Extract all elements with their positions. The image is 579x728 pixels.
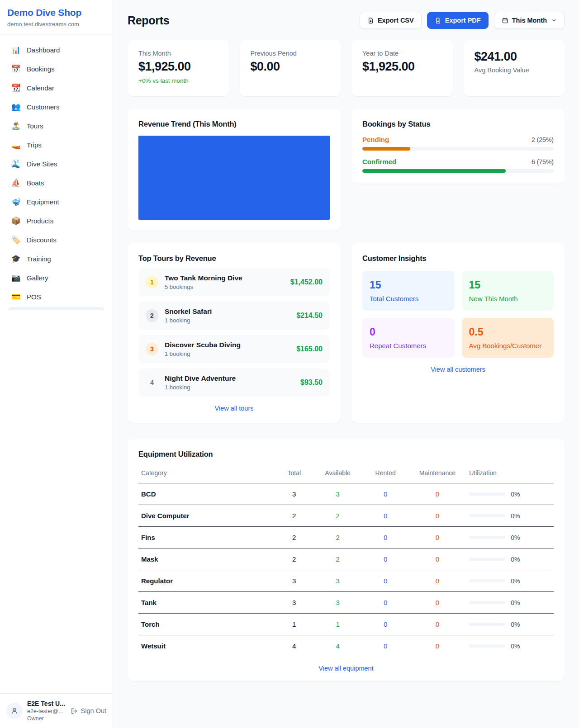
export-csv-button[interactable]: Export CSV bbox=[360, 12, 422, 29]
equipment-utilization-title: Equipment Utilization bbox=[138, 450, 554, 459]
sidebar-item-label: Dashboard bbox=[27, 46, 60, 54]
status-row-confirmed: Confirmed 6 (75%) bbox=[362, 158, 554, 173]
utilization-bar bbox=[469, 579, 505, 582]
tour-name: Night Dive Adventure bbox=[165, 374, 294, 383]
sidebar-item-tours[interactable]: 🏝️ Tours bbox=[6, 117, 106, 135]
sidebar-item-gallery[interactable]: 📷 Gallery bbox=[6, 269, 106, 287]
stat-value: $0.00 bbox=[251, 60, 330, 74]
sidebar-item-calendar[interactable]: 📆 Calendar bbox=[6, 79, 106, 97]
sidebar-item-dive-sites[interactable]: 🌊 Dive Sites bbox=[6, 155, 106, 173]
sidebar-item-customers[interactable]: 👥 Customers bbox=[6, 98, 106, 116]
utilization-bar bbox=[469, 536, 505, 539]
tour-row: 1 Two Tank Morning Dive 5 bookings $1,45… bbox=[138, 268, 330, 296]
revenue-trend-title: Revenue Trend (This Month) bbox=[138, 120, 330, 128]
training-icon: 🎓 bbox=[11, 254, 21, 264]
status-value: 2 (25%) bbox=[532, 136, 554, 143]
status-bar-track bbox=[362, 147, 554, 151]
equipment-table: Category Total Available Rented Maintena… bbox=[138, 465, 554, 657]
bookings-by-status-card: Bookings by Status Pending 2 (25%) Confi… bbox=[351, 109, 565, 184]
charts-row: Revenue Trend (This Month) Bookings by S… bbox=[128, 109, 565, 231]
column-header: Rented bbox=[363, 465, 408, 483]
customer-insights-card: Customer Insights 15 Total Customers 15 … bbox=[351, 243, 565, 423]
avatar bbox=[6, 703, 23, 719]
sidebar-item-label: Gallery bbox=[27, 274, 48, 282]
stat-card-avg-booking-value: $241.00 Avg Booking Value bbox=[464, 40, 565, 96]
status-bar-track bbox=[362, 169, 554, 173]
status-label: Confirmed bbox=[362, 158, 396, 165]
insight-label: Avg Bookings/Customer bbox=[469, 342, 547, 350]
tour-row: 4 Night Dive Adventure 1 booking $93.50 bbox=[138, 369, 330, 397]
utilization-bar bbox=[469, 601, 505, 604]
rank-badge: 1 bbox=[146, 276, 158, 288]
table-header-row: Category Total Available Rented Maintena… bbox=[138, 465, 554, 483]
export-pdf-button[interactable]: Export PDF bbox=[427, 12, 489, 29]
sign-out-button[interactable]: Sign Out bbox=[71, 707, 106, 715]
user-panel: E2E Test U... e2e-tester@... Owner Sign … bbox=[0, 693, 113, 728]
tour-amount: $214.50 bbox=[296, 312, 323, 320]
bookings-icon: 📅 bbox=[11, 64, 21, 74]
tour-name: Discover Scuba Diving bbox=[165, 341, 290, 349]
utilization-bar bbox=[469, 492, 505, 496]
sidebar-item-dashboard[interactable]: 📊 Dashboard bbox=[6, 41, 106, 59]
tour-amount: $93.50 bbox=[300, 378, 323, 387]
stat-value: $1,925.00 bbox=[362, 60, 442, 74]
sidebar-item-label: POS bbox=[27, 293, 41, 301]
sidebar-item-products[interactable]: 📦 Products bbox=[6, 212, 106, 230]
sidebar-item-label: Products bbox=[27, 217, 53, 225]
tour-row: 3 Discover Scuba Diving 1 booking $165.0… bbox=[138, 335, 330, 363]
sidebar-item-bookings[interactable]: 📅 Bookings bbox=[6, 60, 106, 78]
tour-name: Snorkel Safari bbox=[165, 307, 290, 316]
sidebar-item-label: Boats bbox=[27, 179, 44, 187]
tour-bookings: 1 booking bbox=[165, 317, 290, 324]
stat-card-this-month: This Month $1,925.00 +0% vs last month bbox=[128, 40, 229, 96]
main-content: Reports Export CSV Export PDF This Month bbox=[113, 0, 579, 699]
column-header: Maintenance bbox=[408, 465, 467, 483]
sidebar-item-equipment[interactable]: 🤿 Equipment bbox=[6, 193, 106, 211]
stat-label: Previous Period bbox=[251, 50, 330, 57]
page-title: Reports bbox=[128, 14, 169, 27]
period-dropdown[interactable]: This Month bbox=[494, 12, 565, 29]
rank-badge: 3 bbox=[146, 343, 158, 355]
utilization-bar bbox=[469, 558, 505, 561]
discounts-icon: 🏷️ bbox=[11, 235, 21, 245]
column-header: Available bbox=[313, 465, 363, 483]
chevron-down-icon bbox=[551, 18, 557, 23]
table-row: Torch 1 1 0 0 0% bbox=[138, 614, 554, 635]
view-all-tours-link[interactable]: View all tours bbox=[138, 405, 330, 412]
sidebar-item-trips[interactable]: 🚤 Trips bbox=[6, 136, 106, 154]
insight-value: 15 bbox=[370, 279, 447, 291]
stat-label: This Month bbox=[138, 50, 218, 57]
page-header: Reports Export CSV Export PDF This Month bbox=[128, 12, 565, 29]
status-row-pending: Pending 2 (25%) bbox=[362, 136, 554, 151]
view-all-customers-link[interactable]: View all customers bbox=[362, 366, 554, 373]
insight-new-this-month: 15 New This Month bbox=[462, 271, 554, 311]
sidebar-item-training[interactable]: 🎓 Training bbox=[6, 250, 106, 268]
sidebar-item-reports-partial[interactable] bbox=[8, 307, 104, 310]
utilization-bar bbox=[469, 514, 505, 517]
calendar-icon bbox=[502, 17, 508, 24]
bookings-by-status-title: Bookings by Status bbox=[362, 120, 554, 128]
shop-header: Demo Dive Shop demo.test.divestreams.com bbox=[0, 0, 113, 34]
status-value: 6 (75%) bbox=[532, 158, 554, 165]
sidebar-item-discounts[interactable]: 🏷️ Discounts bbox=[6, 231, 106, 249]
person-icon bbox=[10, 707, 19, 715]
insight-label: Repeat Customers bbox=[370, 342, 447, 350]
tour-amount: $1,452.00 bbox=[290, 278, 323, 286]
stat-label: Avg Booking Value bbox=[475, 66, 554, 74]
stat-card-previous-period: Previous Period $0.00 bbox=[240, 40, 341, 96]
user-info: E2E Test U... e2e-tester@... Owner bbox=[27, 700, 66, 722]
table-row: Wetsuit 4 4 0 0 0% bbox=[138, 635, 554, 657]
view-all-equipment-link[interactable]: View all equipment bbox=[138, 665, 554, 672]
tour-row: 2 Snorkel Safari 1 booking $214.50 bbox=[138, 302, 330, 330]
table-row: BCD 3 3 0 0 0% bbox=[138, 483, 554, 505]
file-download-icon bbox=[367, 17, 374, 24]
sidebar-item-pos[interactable]: 💳 POS bbox=[6, 288, 106, 306]
trips-icon: 🚤 bbox=[11, 140, 21, 150]
insight-label: Total Customers bbox=[370, 295, 447, 303]
insight-value: 15 bbox=[469, 279, 547, 291]
column-header: Total bbox=[275, 465, 313, 483]
file-download-icon bbox=[435, 17, 441, 24]
sidebar-item-label: Training bbox=[27, 255, 51, 263]
sidebar-item-boats[interactable]: ⛵ Boats bbox=[6, 174, 106, 192]
pos-icon: 💳 bbox=[11, 292, 21, 302]
